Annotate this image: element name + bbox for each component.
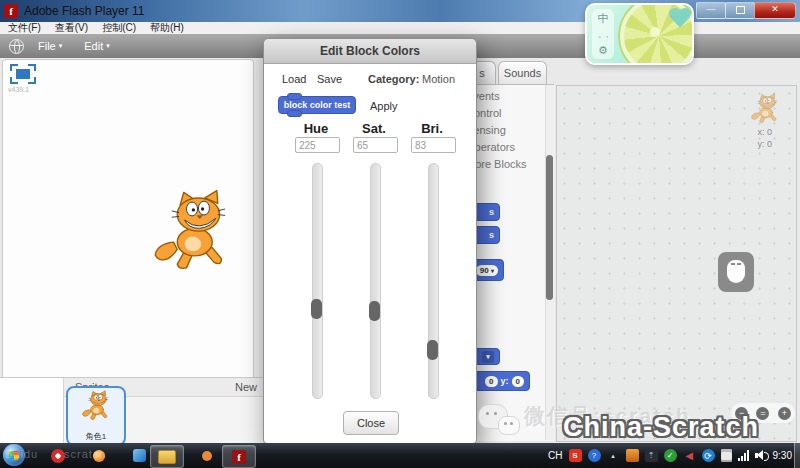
x-input[interactable]: 0 xyxy=(485,376,497,387)
taskbar-explorer-button[interactable] xyxy=(150,445,184,468)
bri-label: Bri. xyxy=(410,121,454,136)
presentation-mode-button[interactable] xyxy=(10,64,36,84)
sogou-ime-icon[interactable]: S xyxy=(569,449,582,462)
menu-file[interactable]: 文件(F) xyxy=(8,21,41,35)
sprite-x-readout: x: 0 xyxy=(757,126,772,138)
system-tray: CH S ? ▴ ⇡ ✓ ◀ ⟳ 9:30 xyxy=(548,443,792,468)
language-globe-icon[interactable] xyxy=(9,39,24,54)
windows-taskbar: f Baidu scratch CH S ? ▴ ⇡ ✓ ◀ ⟳ 9:30 xyxy=(0,443,800,468)
dialog-titlebar[interactable]: Edit Block Colors xyxy=(264,39,476,64)
tray-orange-app-icon[interactable] xyxy=(626,449,639,462)
restore-button[interactable] xyxy=(725,2,755,19)
new-sprite-label[interactable]: New xyxy=(235,381,257,393)
clock[interactable]: 9:30 xyxy=(773,450,792,461)
tray-horn-icon[interactable]: ◀ xyxy=(683,449,696,462)
direction-value: 90 xyxy=(480,266,489,275)
dialog-close-button[interactable]: Close xyxy=(343,411,399,435)
scratch-file-menu[interactable]: File ▾ xyxy=(38,40,62,52)
sat-slider-track[interactable] xyxy=(370,163,381,399)
flash-player-icon: f xyxy=(4,4,18,18)
folder-icon xyxy=(158,450,176,464)
menu-view[interactable]: 查看(V) xyxy=(55,21,88,35)
goto-dropdown[interactable]: ▾ xyxy=(482,351,494,363)
block-text-fragment: s xyxy=(489,230,494,240)
chevron-down-icon: ▾ xyxy=(59,42,63,50)
preview-block[interactable]: block color test xyxy=(278,96,356,114)
restore-icon xyxy=(736,6,745,14)
china-scratch-watermark: China-Scratch xyxy=(563,412,759,443)
window-title: Adobe Flash Player 11 xyxy=(24,4,145,18)
show-desktop-button[interactable] xyxy=(794,443,800,468)
bri-value-field[interactable] xyxy=(411,137,456,153)
palette-scrollbar-thumb[interactable] xyxy=(546,155,553,300)
close-button[interactable]: ✕ xyxy=(754,2,796,19)
taskbar-watermark-text: Baidu xyxy=(5,448,38,460)
stage-cat-sprite[interactable] xyxy=(146,190,238,274)
mouse-glove-cursor xyxy=(718,252,754,292)
sprite-thumbnail-selected[interactable]: 角色1 xyxy=(66,386,126,446)
sat-value-field[interactable] xyxy=(353,137,398,153)
wechat-logo-icon xyxy=(478,404,522,442)
save-button[interactable]: Save xyxy=(317,73,342,85)
scratch-file-label: File xyxy=(38,40,56,52)
category-value-dropdown[interactable]: Motion xyxy=(422,73,455,85)
stage-thumbnail[interactable] xyxy=(0,378,64,444)
language-indicator[interactable]: CH xyxy=(548,450,562,461)
sat-slider-handle[interactable] xyxy=(369,301,380,321)
ime-toolbar: 中 。, ⚙ xyxy=(585,3,694,65)
menu-help[interactable]: 帮助(H) xyxy=(150,21,184,35)
sprite-cat-icon xyxy=(79,390,113,422)
flash-icon: f xyxy=(232,450,246,464)
hue-slider-handle[interactable] xyxy=(311,299,322,319)
hue-slider-track[interactable] xyxy=(312,163,323,399)
sync-icon[interactable]: ⟳ xyxy=(702,449,715,462)
taskbar-flash-button[interactable]: f xyxy=(222,445,256,468)
ime-language-icon[interactable]: 中 xyxy=(598,11,609,26)
version-label: v439.1 xyxy=(8,86,29,93)
bri-slider-track[interactable] xyxy=(428,163,439,399)
tray-question-icon[interactable]: ? xyxy=(588,449,601,462)
apply-button[interactable]: Apply xyxy=(370,100,398,112)
task-schedule-icon[interactable] xyxy=(721,449,732,462)
scripts-area[interactable]: x: 0 y: 0 xyxy=(556,85,797,442)
tray-expander-icon[interactable]: ▴ xyxy=(607,449,620,462)
scratch-edit-label: Edit xyxy=(84,40,103,52)
y-label: y: xyxy=(501,376,509,386)
direction-dropdown[interactable]: 90 ▾ xyxy=(476,265,498,276)
taskbar-app-small[interactable] xyxy=(196,445,218,466)
taskbar-watermark-text: scratch xyxy=(64,448,106,460)
hue-value-field[interactable] xyxy=(295,137,340,153)
hue-label: Hue xyxy=(294,121,338,136)
y-input[interactable]: 0 xyxy=(512,376,524,387)
scratch-edit-menu[interactable]: Edit ▾ xyxy=(84,40,109,52)
zoom-in-button[interactable]: + xyxy=(778,407,791,420)
menu-control[interactable]: 控制(C) xyxy=(102,21,136,35)
chevron-down-icon: ▾ xyxy=(106,42,110,50)
security-shield-icon[interactable]: ✓ xyxy=(664,449,677,462)
sat-label: Sat. xyxy=(352,121,396,136)
tab-sounds[interactable]: Sounds xyxy=(498,61,547,84)
minimize-button[interactable]: — xyxy=(696,2,726,19)
category-label: Category: xyxy=(368,73,419,85)
edit-block-colors-dialog: Edit Block Colors Load Save Category: Mo… xyxy=(263,38,477,444)
sprite-name: 角色1 xyxy=(68,431,124,442)
ime-punctuation-icon[interactable]: 。, xyxy=(598,29,608,40)
sprite-y-readout: y: 0 xyxy=(757,138,772,150)
ime-settings-gear-icon[interactable]: ⚙ xyxy=(598,44,608,57)
usb-device-icon[interactable]: ⇡ xyxy=(645,449,658,462)
volume-speaker-icon[interactable] xyxy=(755,450,767,461)
chevron-down-icon: ▾ xyxy=(491,268,494,274)
sprite-info-cat-icon xyxy=(748,93,782,125)
network-signal-icon[interactable] xyxy=(738,450,749,461)
load-button[interactable]: Load xyxy=(282,73,306,85)
block-text-fragment: s xyxy=(489,207,494,217)
bri-slider-handle[interactable] xyxy=(427,340,438,360)
